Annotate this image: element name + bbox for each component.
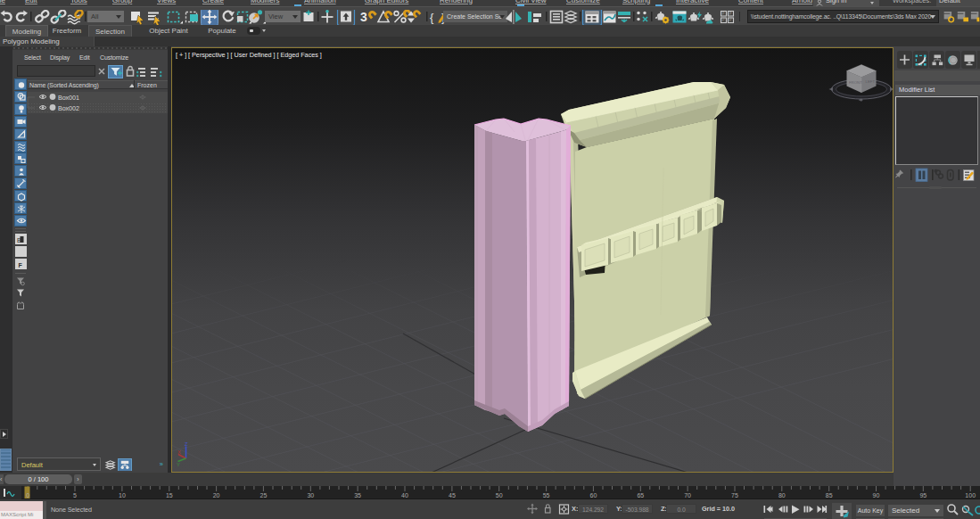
svg-text:Box002: Box002 — [58, 104, 79, 112]
svg-text:P: P — [722, 18, 725, 22]
svg-text:30: 30 — [307, 492, 314, 498]
svg-text:55: 55 — [543, 492, 550, 498]
svg-text:Y: Y — [177, 462, 180, 467]
svg-text:P: P — [722, 12, 725, 16]
svg-text:90: 90 — [873, 492, 880, 498]
svg-text:60: 60 — [590, 492, 597, 498]
svg-text:0: 0 — [26, 492, 29, 498]
svg-text:P: P — [729, 18, 732, 22]
svg-text:B: B — [17, 236, 21, 243]
svg-text:40: 40 — [401, 492, 408, 498]
svg-text:50: 50 — [496, 492, 503, 498]
svg-text:20: 20 — [213, 492, 220, 498]
svg-text:70: 70 — [684, 492, 691, 498]
svg-text:80: 80 — [778, 492, 786, 498]
svg-text:»: » — [160, 460, 163, 468]
svg-text:X: X — [177, 449, 181, 455]
svg-text:LEFT: LEFT — [866, 79, 876, 84]
svg-text:Box001: Box001 — [58, 94, 79, 102]
svg-text:25: 25 — [260, 492, 268, 498]
svg-text:35: 35 — [354, 492, 361, 498]
svg-text:FRONT: FRONT — [849, 80, 862, 85]
svg-text:Z: Z — [185, 441, 188, 447]
svg-text:45: 45 — [449, 492, 456, 498]
svg-text:10: 10 — [119, 492, 126, 498]
svg-text:P: P — [729, 12, 732, 16]
svg-text:F: F — [19, 261, 23, 268]
svg-text:100: 100 — [965, 492, 976, 498]
svg-text:5: 5 — [73, 492, 77, 498]
svg-text:75: 75 — [731, 492, 738, 498]
svg-text:15: 15 — [166, 492, 173, 498]
svg-text:[ + ] [ Perspective ] [ User D: [ + ] [ Perspective ] [ User Defined ] [… — [176, 51, 322, 59]
svg-text:95: 95 — [919, 492, 926, 498]
svg-text:65: 65 — [637, 492, 644, 498]
svg-text:85: 85 — [826, 492, 833, 498]
